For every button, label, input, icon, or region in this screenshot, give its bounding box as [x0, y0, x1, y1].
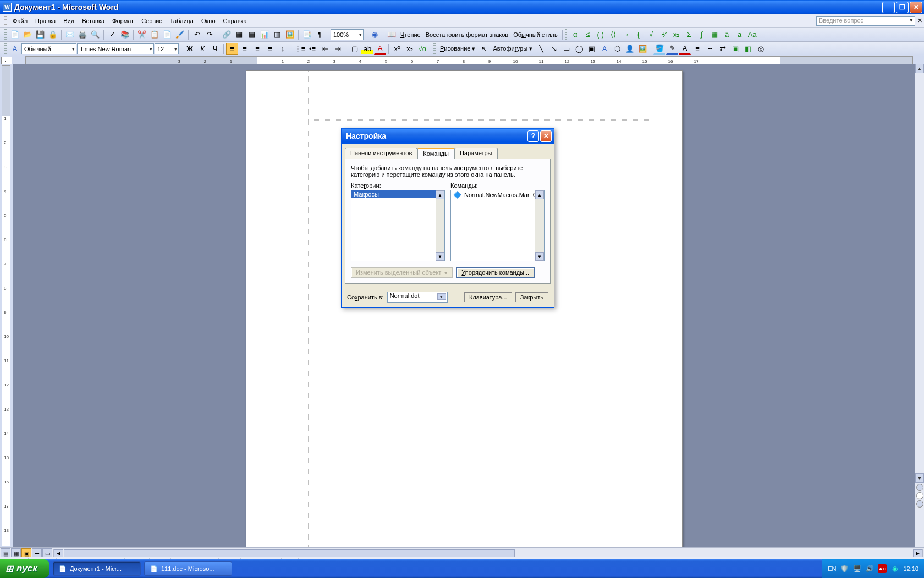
toolbar1b-grip[interactable]: [565, 29, 567, 40]
redo-button[interactable]: ↷: [204, 29, 216, 41]
fill-color-button[interactable]: 🪣: [653, 43, 666, 55]
arrow-shape-button[interactable]: ↘: [548, 43, 560, 55]
formula-alpha-button[interactable]: α: [569, 29, 581, 41]
style-combobox[interactable]: Обычный: [21, 43, 76, 54]
formula-leq-button[interactable]: ≤: [582, 29, 594, 41]
insert-object-button[interactable]: ◎: [755, 43, 767, 55]
categories-scroll-down[interactable]: ▼: [436, 252, 444, 261]
formula-int-button[interactable]: ∫: [696, 29, 708, 41]
drawing-toolbar-grip[interactable]: [433, 43, 436, 54]
vertical-ruler[interactable]: 12345678910111213141516171819: [2, 65, 10, 546]
align-center-button[interactable]: ≡: [239, 43, 251, 55]
close-help-icon[interactable]: ✕: [915, 17, 924, 24]
browse-next-button[interactable]: [916, 500, 923, 508]
paste-button[interactable]: 📄: [161, 29, 173, 41]
vertical-scrollbar[interactable]: ▲ ▼: [915, 64, 924, 547]
menu-table[interactable]: Таблица: [166, 16, 197, 26]
drawing-menu-button[interactable]: Рисование ▾: [438, 45, 477, 52]
keyboard-button[interactable]: Клавиатура...: [464, 292, 512, 302]
align-left-button[interactable]: ≡: [226, 43, 238, 55]
formula-sum-button[interactable]: Σ: [683, 29, 695, 41]
new-doc-button[interactable]: 📄: [9, 29, 21, 41]
help-question-input[interactable]: Введите вопрос: [816, 16, 915, 26]
taskbar-item-1[interactable]: 📄 Документ1 - Micr...: [53, 561, 141, 576]
wordart-button[interactable]: A: [598, 43, 610, 55]
menubar-grip[interactable]: [4, 16, 7, 26]
toolbar2-grip[interactable]: [4, 43, 7, 54]
textbox-button[interactable]: ▣: [586, 43, 598, 55]
formula-bar-button[interactable]: ā: [734, 29, 746, 41]
line-style-button[interactable]: ≡: [691, 43, 703, 55]
save-in-combobox[interactable]: Normal.dot: [387, 292, 448, 303]
rearrange-commands-button[interactable]: Упорядочить команды...: [456, 267, 535, 278]
line-shape-button[interactable]: ╲: [535, 43, 547, 55]
tray-volume-icon[interactable]: 🔊: [865, 564, 874, 573]
start-button[interactable]: ⊞пуск: [0, 559, 50, 578]
drawing-toggle-button[interactable]: 🖼️: [284, 29, 296, 41]
toolbar1-grip[interactable]: [4, 29, 7, 40]
dash-style-button[interactable]: ┄: [704, 43, 716, 55]
font-color-button[interactable]: A: [374, 43, 386, 55]
styles-pane-button[interactable]: A: [9, 43, 21, 55]
formula-angles-button[interactable]: ⟨⟩: [607, 29, 619, 41]
dialog-titlebar[interactable]: Настройка ? ✕: [342, 128, 554, 144]
tray-app-icon[interactable]: ◉: [890, 564, 899, 573]
browse-object-button[interactable]: [916, 492, 923, 499]
mail-button[interactable]: ✉️: [64, 29, 76, 41]
insert-table-button[interactable]: ▤: [246, 29, 258, 41]
columns-button[interactable]: ▥: [271, 29, 283, 41]
cut-button[interactable]: ✂️: [136, 29, 148, 41]
formula-brackets-button[interactable]: ( ): [595, 29, 607, 41]
formula-hat-button[interactable]: â: [721, 29, 733, 41]
line-spacing-button[interactable]: ↕: [277, 43, 289, 55]
align-justify-button[interactable]: ≡: [264, 43, 276, 55]
insert-picture-button[interactable]: 🖼️: [636, 43, 648, 55]
superscript-button[interactable]: x²: [391, 43, 403, 55]
menu-view[interactable]: Вид: [59, 16, 78, 26]
permissions-button[interactable]: 🔒: [47, 29, 59, 41]
formula-matrix-button[interactable]: ▦: [708, 29, 721, 41]
bold-button[interactable]: Ж: [184, 43, 196, 55]
maximize-button[interactable]: ❐: [896, 2, 909, 13]
formula-brace-button[interactable]: {: [632, 29, 645, 41]
numbering-button[interactable]: ⋮≡: [294, 43, 306, 55]
command-item-macro[interactable]: Normal.NewMacros.Mar_O: [451, 190, 544, 199]
highlight-button[interactable]: ab: [361, 43, 373, 55]
menu-tools[interactable]: Сервис: [138, 16, 166, 26]
categories-scroll-up[interactable]: ▲: [436, 190, 444, 199]
menu-file[interactable]: Файл: [9, 16, 31, 26]
minimize-button[interactable]: _: [882, 2, 895, 13]
menu-window[interactable]: Окно: [197, 16, 219, 26]
menu-help[interactable]: Справка: [219, 16, 251, 26]
commands-scroll-up[interactable]: ▲: [535, 190, 544, 199]
close-dialog-button[interactable]: Закрыть: [515, 292, 548, 302]
menu-edit[interactable]: Правка: [31, 16, 59, 26]
tables-borders-button[interactable]: ▦: [233, 29, 245, 41]
tab-toolbars[interactable]: Панели инструментов: [345, 148, 417, 159]
scroll-down-button[interactable]: ▼: [915, 473, 924, 483]
scroll-up-button[interactable]: ▲: [915, 64, 924, 73]
dialog-help-button[interactable]: ?: [527, 130, 539, 142]
restore-char-format-button[interactable]: Восстановить формат знаков: [424, 31, 510, 38]
undo-button[interactable]: ↶: [191, 29, 203, 41]
tray-shield-icon[interactable]: 🛡️: [840, 564, 849, 573]
italic-button[interactable]: К: [196, 43, 208, 55]
formula-frac-button[interactable]: ⅟: [658, 29, 670, 41]
reading-icon[interactable]: 📖: [386, 29, 398, 41]
hyperlink-button[interactable]: 🔗: [221, 29, 233, 41]
formula-insert-button[interactable]: √α: [416, 43, 428, 55]
clipart-button[interactable]: 👤: [624, 43, 636, 55]
research-button[interactable]: 📚: [119, 29, 131, 41]
browse-prev-button[interactable]: [916, 484, 923, 491]
dialog-close-button[interactable]: ✕: [540, 130, 552, 142]
font-combobox[interactable]: Times New Roman: [77, 43, 154, 54]
reading-layout-button[interactable]: Чтение: [398, 31, 423, 38]
doc-map-button[interactable]: 📑: [301, 29, 313, 41]
show-marks-button[interactable]: ¶: [314, 29, 326, 41]
shadow-button[interactable]: ▣: [729, 43, 741, 55]
tab-options[interactable]: Параметры: [454, 148, 498, 159]
fontsize-combobox[interactable]: 12: [155, 43, 179, 54]
print-button[interactable]: 🖨️: [76, 29, 89, 41]
autoshapes-menu-button[interactable]: Автофигуры ▾: [491, 45, 535, 52]
decrease-indent-button[interactable]: ⇤: [319, 43, 331, 55]
